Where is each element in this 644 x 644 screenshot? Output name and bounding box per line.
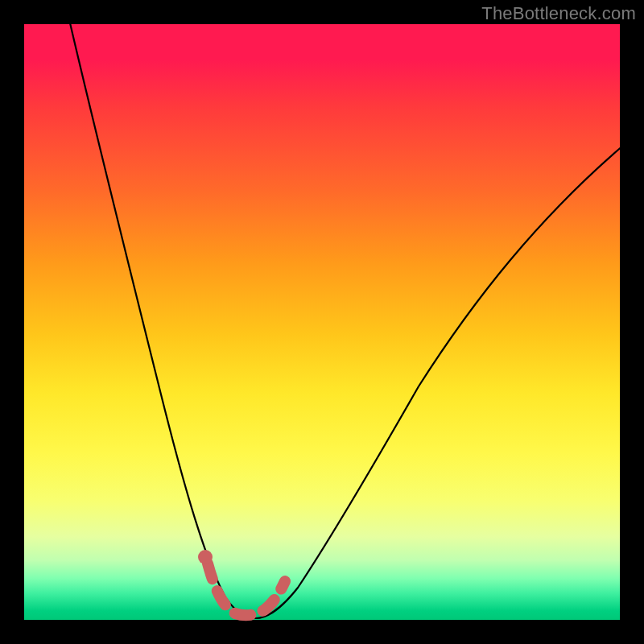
optimal-range-marker [208,564,285,615]
optimal-range-start-dot [198,550,213,564]
chart-frame: TheBottleneck.com [0,0,644,644]
bottleneck-curve [68,16,624,618]
plot-area [24,24,620,620]
watermark-text: TheBottleneck.com [481,3,636,24]
curve-layer [24,24,620,620]
